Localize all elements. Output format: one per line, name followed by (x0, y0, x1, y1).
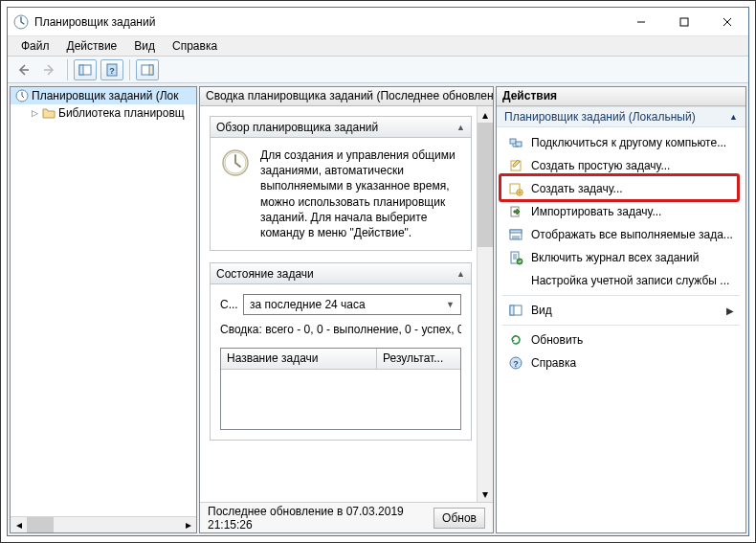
last-refresh-label: Последнее обновление в 07.03.2019 21:15:… (208, 505, 434, 532)
svg-rect-11 (510, 139, 516, 144)
action-item-view[interactable]: Вид▶ (502, 299, 740, 322)
clock-icon (14, 88, 30, 103)
tree-root-label: Планировщик заданий (Лок (32, 89, 179, 102)
action-item-label: Справка (531, 356, 734, 370)
svg-rect-22 (510, 305, 514, 315)
tree-scrollbar[interactable]: ◂ ▸ (11, 516, 196, 532)
newtask-icon (508, 181, 523, 196)
help-button[interactable]: ? (100, 59, 123, 80)
tree-library-label: Библиотека планировщ (58, 106, 185, 120)
status-range-label: С... (220, 298, 237, 311)
minimize-button[interactable] (619, 8, 662, 36)
clock-large-icon (220, 147, 251, 240)
overview-text: Для создания и управления общими задания… (260, 147, 461, 240)
show-tree-button[interactable] (74, 59, 97, 80)
collapse-icon[interactable]: ▲ (456, 123, 465, 132)
content-area: Планировщик заданий (Лок ▷ Библиотека пл… (8, 84, 748, 535)
action-item-refresh[interactable]: Обновить (502, 328, 740, 351)
collapse-icon: ▲ (729, 112, 738, 122)
nav-forward-button[interactable] (38, 59, 61, 80)
titlebar: Планировщик заданий (8, 8, 748, 36)
log-icon (508, 250, 523, 265)
submenu-arrow-icon: ▶ (726, 305, 734, 316)
svg-text:?: ? (109, 65, 115, 75)
overview-panel-header[interactable]: Обзор планировщика заданий ▲ (211, 117, 471, 138)
action-item-label: Создать задачу... (531, 182, 734, 195)
navigation-tree[interactable]: Планировщик заданий (Лок ▷ Библиотека пл… (10, 86, 197, 533)
show-actions-button[interactable] (136, 59, 159, 80)
action-item-label: Обновить (531, 333, 734, 347)
actions-list: Подключиться к другому компьюте...Создат… (497, 127, 745, 378)
action-item-newtask[interactable]: Создать задачу... (502, 177, 740, 200)
svg-rect-7 (149, 65, 153, 75)
tree-library[interactable]: ▷ Библиотека планировщ (11, 104, 196, 122)
action-item-newbasic[interactable]: Создать простую задачу... (502, 154, 740, 177)
status-range-select[interactable]: за последние 24 часа ▼ (243, 294, 461, 315)
menu-view[interactable]: Вид (126, 37, 163, 55)
action-item-log[interactable]: Включить журнал всех заданий (502, 246, 740, 269)
summary-header: Сводка планировщика заданий (Последнее о… (200, 87, 493, 106)
action-item-label: Настройка учетной записи службы ... (531, 274, 734, 287)
window-controls (619, 8, 748, 35)
actions-pane: Действия Планировщик заданий (Локальный)… (496, 86, 746, 533)
refresh-button[interactable]: Обнов (434, 508, 485, 529)
tree-root[interactable]: Планировщик заданий (Лок (11, 87, 196, 104)
action-item-label: Подключиться к другому компьюте... (531, 136, 734, 149)
chevron-down-icon: ▼ (446, 300, 455, 309)
action-item-connect[interactable]: Подключиться к другому компьюте... (502, 131, 740, 154)
newbasic-icon (508, 158, 523, 173)
import-icon (508, 204, 523, 219)
svg-text:?: ? (513, 359, 519, 369)
grid-col-result[interactable]: Результат... (377, 349, 460, 369)
summary-scrollbar[interactable]: ▴ ▾ (477, 106, 493, 502)
folder-icon (41, 105, 56, 121)
summary-pane: Сводка планировщика заданий (Последнее о… (199, 86, 494, 533)
running-icon (508, 227, 523, 242)
svg-rect-18 (510, 230, 522, 233)
close-button[interactable] (705, 8, 748, 36)
action-item-running[interactable]: Отображать все выполняемые зада... (502, 223, 740, 246)
connect-icon (508, 135, 523, 150)
toolbar-separator (129, 59, 130, 80)
maximize-button[interactable] (662, 8, 705, 36)
scroll-right-icon[interactable]: ▸ (180, 517, 196, 532)
action-item-label: Вид (531, 304, 719, 317)
menubar: Файл Действие Вид Справка (8, 36, 748, 57)
menu-action[interactable]: Действие (59, 37, 125, 55)
status-summary: Сводка: всего - 0, 0 - выполнение, 0 - у… (220, 323, 461, 336)
action-item-label: Отображать все выполняемые зада... (531, 228, 734, 241)
status-panel-header[interactable]: Состояние задачи ▲ (211, 263, 471, 284)
action-item-none[interactable]: Настройка учетной записи службы ... (502, 269, 740, 292)
actions-separator (502, 325, 740, 326)
status-panel: Состояние задачи ▲ С... за последние 24 … (210, 262, 472, 441)
menu-file[interactable]: Файл (13, 37, 57, 55)
actions-separator (502, 295, 740, 296)
scroll-down-icon[interactable]: ▾ (478, 486, 493, 502)
scroll-thumb[interactable] (478, 123, 493, 247)
help-icon: ? (508, 355, 523, 371)
grid-col-name[interactable]: Название задачи (221, 349, 377, 369)
menu-help[interactable]: Справка (165, 37, 225, 55)
scroll-track[interactable] (54, 517, 180, 532)
expand-icon[interactable]: ▷ (32, 108, 39, 118)
overview-panel: Обзор планировщика заданий ▲ Для создани… (210, 116, 472, 251)
svg-rect-12 (516, 142, 522, 147)
window-title: Планировщик заданий (34, 15, 155, 29)
collapse-icon[interactable]: ▲ (456, 269, 465, 279)
app-icon (13, 14, 29, 30)
scroll-thumb[interactable] (27, 517, 54, 532)
status-range-value: за последние 24 часа (250, 298, 366, 311)
scroll-left-icon[interactable]: ◂ (11, 517, 27, 532)
action-item-import[interactable]: Импортировать задачу... (502, 200, 740, 223)
nav-back-button[interactable] (11, 59, 34, 80)
action-item-help[interactable]: ?Справка (502, 351, 740, 374)
view-icon (508, 303, 523, 318)
actions-subhead-label: Планировщик заданий (Локальный) (504, 110, 696, 124)
toolbar-separator (67, 59, 68, 80)
task-grid[interactable]: Название задачи Результат... (220, 348, 461, 430)
summary-footer: Последнее обновление в 07.03.2019 21:15:… (200, 502, 493, 532)
action-item-label: Включить журнал всех заданий (531, 251, 734, 264)
actions-subhead[interactable]: Планировщик заданий (Локальный) ▲ (497, 106, 745, 127)
status-panel-title: Состояние задачи (216, 267, 314, 281)
scroll-up-icon[interactable]: ▴ (478, 106, 493, 123)
